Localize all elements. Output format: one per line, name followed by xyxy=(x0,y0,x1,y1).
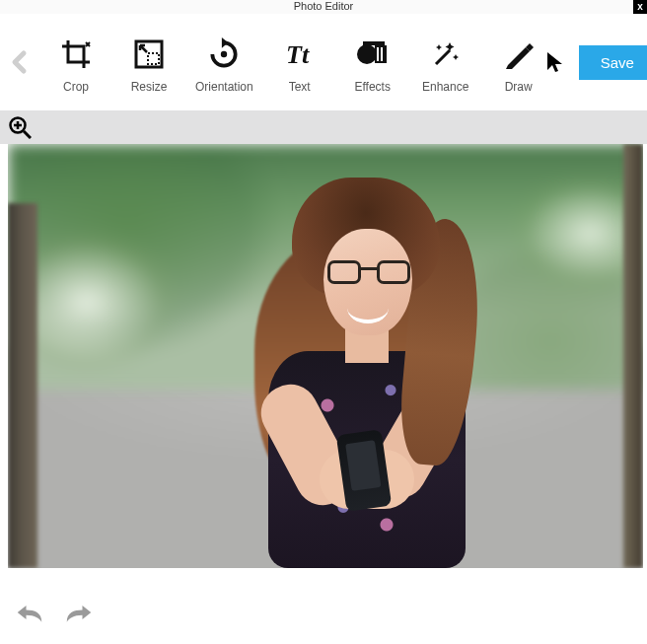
cursor-icon xyxy=(545,47,565,77)
resize-icon xyxy=(131,36,167,72)
undo-button[interactable] xyxy=(16,602,43,625)
svg-rect-7 xyxy=(381,47,383,61)
tool-label: Text xyxy=(289,80,311,94)
orientation-icon xyxy=(206,36,242,72)
tool-group: Crop Resize Orientation Tt Text Effects xyxy=(49,31,545,94)
back-button[interactable] xyxy=(8,42,32,82)
svg-rect-1 xyxy=(148,53,159,64)
redo-button[interactable] xyxy=(65,602,93,625)
tool-label: Draw xyxy=(505,80,533,94)
tool-label: Resize xyxy=(131,80,168,94)
chevron-left-icon xyxy=(8,45,32,79)
title-bar: Photo Editor x xyxy=(0,0,647,14)
svg-point-4 xyxy=(357,44,377,64)
effects-icon xyxy=(355,36,391,72)
photo-canvas[interactable] xyxy=(8,144,643,568)
footer-bar xyxy=(0,576,647,631)
main-toolbar: Crop Resize Orientation Tt Text Effects xyxy=(0,14,647,110)
svg-point-2 xyxy=(221,51,227,57)
tool-resize[interactable]: Resize xyxy=(122,36,176,94)
tool-enhance[interactable]: Enhance xyxy=(419,36,472,94)
tool-label: Enhance xyxy=(422,80,468,94)
zoom-bar xyxy=(0,110,647,144)
close-button[interactable]: x xyxy=(633,0,647,14)
tool-crop[interactable]: Crop xyxy=(49,36,103,94)
save-button[interactable]: Save xyxy=(579,45,647,80)
zoom-in-button[interactable] xyxy=(8,115,32,139)
svg-rect-6 xyxy=(377,47,379,61)
canvas-area xyxy=(0,144,647,576)
crop-icon xyxy=(58,36,94,72)
tool-orientation[interactable]: Orientation xyxy=(195,36,253,94)
draw-icon xyxy=(501,36,537,72)
svg-rect-8 xyxy=(363,41,385,45)
tool-effects[interactable]: Effects xyxy=(346,36,399,94)
app-title: Photo Editor xyxy=(294,0,354,12)
tool-label: Orientation xyxy=(195,80,253,94)
tool-label: Crop xyxy=(63,80,89,94)
tool-text[interactable]: Tt Text xyxy=(273,36,326,94)
tool-label: Effects xyxy=(354,80,390,94)
text-icon: Tt xyxy=(282,36,318,72)
tool-draw[interactable]: Draw xyxy=(492,36,545,94)
svg-text:Tt: Tt xyxy=(286,40,310,69)
enhance-icon xyxy=(428,36,464,72)
